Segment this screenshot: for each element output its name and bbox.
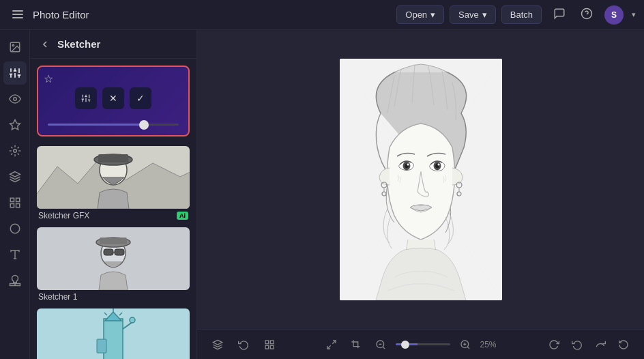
chat-icon-button[interactable] xyxy=(550,5,569,25)
effect-thumb-sketcher-1 xyxy=(37,227,190,290)
svg-rect-1 xyxy=(12,14,23,15)
topbar-left: Photo Editor xyxy=(8,5,388,25)
help-icon xyxy=(581,8,593,23)
reset-button[interactable] xyxy=(614,335,633,354)
bottom-bar-left xyxy=(208,335,279,354)
svg-rect-21 xyxy=(16,198,19,201)
effect-slider-container xyxy=(45,116,181,128)
fit-button[interactable] xyxy=(322,335,341,354)
sidebar-item-objects[interactable] xyxy=(3,191,27,214)
svg-line-90 xyxy=(332,341,336,344)
zoom-in-button[interactable] xyxy=(456,335,475,354)
svg-point-72 xyxy=(437,164,439,166)
help-icon-button[interactable] xyxy=(577,5,596,25)
chevron-down-icon: ▾ xyxy=(430,10,435,20)
zoom-percentage: 25% xyxy=(480,340,502,349)
effect-intensity-slider[interactable] xyxy=(48,124,179,126)
sidebar-item-magic[interactable] xyxy=(3,113,27,137)
svg-marker-19 xyxy=(10,172,20,177)
settings-ctrl-button[interactable] xyxy=(75,87,97,109)
effect-item-sketcher-1[interactable]: Sketcher 1 xyxy=(37,227,190,302)
svg-rect-55 xyxy=(97,339,106,353)
svg-rect-2 xyxy=(12,17,23,18)
menu-button[interactable] xyxy=(8,5,27,25)
svg-marker-85 xyxy=(213,340,222,345)
sidebar-item-shapes[interactable] xyxy=(3,217,27,240)
user-avatar[interactable]: S xyxy=(604,5,624,25)
undo-button[interactable] xyxy=(568,335,587,354)
panel-header: Sketcher xyxy=(30,30,196,59)
svg-rect-22 xyxy=(16,204,19,207)
topbar-right: S ▾ xyxy=(550,5,636,25)
topbar: Photo Editor Open ▾ Save ▾ Batch xyxy=(0,0,644,30)
svg-rect-86 xyxy=(265,341,269,344)
svg-line-96 xyxy=(467,347,469,349)
effect-item-sketcher-gfx[interactable]: Sketcher GFX Ai xyxy=(37,146,190,220)
sidebar-item-text[interactable] xyxy=(3,243,27,266)
svg-rect-87 xyxy=(270,341,274,344)
effect-thumb-sketcher-gfx xyxy=(37,146,190,209)
effect-item-sketcher-2[interactable]: Sketcher 2 xyxy=(37,308,190,359)
hamburger-icon xyxy=(12,9,23,21)
svg-rect-44 xyxy=(104,249,113,255)
bottom-bar-right xyxy=(544,335,633,354)
open-button[interactable]: Open ▾ xyxy=(396,5,444,24)
bottom-bar: 25% xyxy=(197,329,644,359)
svg-rect-89 xyxy=(265,345,269,349)
svg-rect-48 xyxy=(104,319,123,359)
svg-rect-88 xyxy=(270,345,274,349)
zoom-slider[interactable] xyxy=(396,343,450,345)
svg-point-24 xyxy=(10,224,20,233)
svg-marker-17 xyxy=(10,120,20,130)
sidebar-item-adjustments[interactable] xyxy=(3,61,27,85)
chat-icon xyxy=(553,8,566,23)
sidebar-item-effects[interactable] xyxy=(3,139,27,162)
save-button[interactable]: Save ▾ xyxy=(450,5,496,24)
main-image-container xyxy=(340,59,502,300)
sidebar-item-layers[interactable] xyxy=(3,165,27,188)
back-button[interactable] xyxy=(40,39,50,50)
main-layout: Sketcher ☆ ✕ ✓ xyxy=(0,30,644,359)
svg-point-16 xyxy=(13,98,16,101)
sidebar-item-photos[interactable] xyxy=(3,35,27,59)
cancel-ctrl-button[interactable]: ✕ xyxy=(102,87,124,109)
redo-button[interactable] xyxy=(591,335,610,354)
canvas-area: 25% xyxy=(197,30,644,359)
layers-button[interactable] xyxy=(208,335,227,354)
svg-rect-43 xyxy=(100,238,127,244)
effect-label-row-1: Sketcher 1 xyxy=(37,290,190,302)
sidebar-item-stamp[interactable] xyxy=(3,269,27,292)
user-menu-chevron[interactable]: ▾ xyxy=(632,10,636,19)
svg-line-91 xyxy=(327,345,331,349)
grid-button[interactable] xyxy=(260,335,279,354)
svg-line-93 xyxy=(383,347,385,349)
app-title: Photo Editor xyxy=(33,9,89,20)
chevron-down-icon: ▾ xyxy=(482,10,487,20)
svg-rect-45 xyxy=(115,249,124,255)
apply-ctrl-button[interactable]: ✓ xyxy=(130,87,151,109)
batch-button[interactable]: Batch xyxy=(501,5,542,24)
card-controls: ✕ ✓ xyxy=(45,87,181,109)
bottom-bar-center: 25% xyxy=(322,335,502,354)
icon-sidebar xyxy=(0,30,30,359)
panel-title: Sketcher xyxy=(57,38,100,50)
svg-rect-39 xyxy=(98,154,128,162)
crop-button[interactable] xyxy=(347,335,366,354)
effect-label-1: Sketcher 1 xyxy=(38,292,77,302)
zoom-out-button[interactable] xyxy=(371,335,390,354)
topbar-center: Open ▾ Save ▾ Batch xyxy=(396,5,542,24)
effect-label-gfx: Sketcher GFX xyxy=(38,211,89,220)
effects-panel: Sketcher ☆ ✕ ✓ xyxy=(30,30,197,359)
sidebar-item-eye[interactable] xyxy=(3,87,27,111)
history-button[interactable] xyxy=(234,335,253,354)
favorite-button[interactable]: ☆ xyxy=(44,72,53,85)
effect-label-row-gfx: Sketcher GFX Ai xyxy=(37,209,190,220)
svg-point-18 xyxy=(13,149,16,153)
svg-rect-23 xyxy=(10,204,14,207)
main-image xyxy=(340,59,502,300)
svg-point-69 xyxy=(407,164,409,166)
canvas-content xyxy=(197,30,644,329)
svg-rect-0 xyxy=(12,10,23,12)
svg-point-6 xyxy=(12,44,14,46)
rotate-button[interactable] xyxy=(544,335,564,354)
